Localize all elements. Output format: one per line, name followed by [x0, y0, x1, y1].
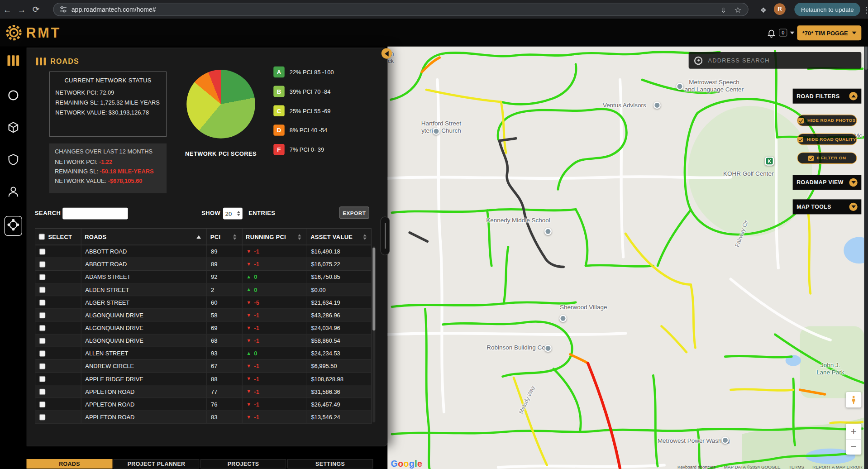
- browser-reload-icon[interactable]: [29, 5, 43, 14]
- table-scrollbar[interactable]: [372, 246, 375, 422]
- browser-menu-icon[interactable]: [859, 5, 868, 15]
- google-logo[interactable]: Google: [391, 459, 423, 469]
- send-to-device-icon[interactable]: [716, 5, 731, 14]
- table-row[interactable]: APPLE RIDGE DRIVE88▼-1$108,628.98: [35, 373, 371, 385]
- map-attribution-item[interactable]: REPORT A MAP ERROR: [812, 464, 862, 469]
- panel-collapse-button[interactable]: [382, 48, 392, 58]
- table-row[interactable]: ABBOTT ROAD89▼-1$16,490.18: [35, 245, 371, 258]
- zoom-out-button[interactable]: −: [846, 439, 861, 455]
- table-row[interactable]: ALLEN STREET93▲0$24,234.53: [35, 347, 371, 360]
- map-attribution-item[interactable]: Keyboard shortcuts: [677, 464, 715, 469]
- row-checkbox[interactable]: [39, 261, 45, 267]
- app-logo[interactable]: RMT: [5, 24, 61, 41]
- sort-both-icon[interactable]: [233, 234, 236, 239]
- sidebar-item-network-icon[interactable]: [5, 216, 22, 236]
- map-attribution-item[interactable]: TERMS: [789, 464, 804, 469]
- browser-forward-icon[interactable]: [14, 5, 29, 14]
- sidebar-item-package-icon[interactable]: [7, 121, 20, 136]
- sort-both-icon[interactable]: [298, 234, 301, 239]
- map-poi-marker[interactable]: [653, 101, 661, 109]
- row-checkbox[interactable]: [39, 388, 45, 394]
- map-poi-marker[interactable]: [544, 345, 552, 352]
- column-header-pci[interactable]: PCI: [207, 229, 242, 244]
- address-bar[interactable]: app.roadmantech.com/home#: [53, 3, 748, 16]
- row-checkbox[interactable]: [39, 350, 45, 356]
- expand-circle-button[interactable]: [849, 178, 857, 187]
- export-button[interactable]: EXPORT: [339, 206, 369, 219]
- sidebar-item-shield-icon[interactable]: [7, 153, 20, 168]
- pegman-streetview-control[interactable]: [846, 392, 861, 407]
- filter-button-0-filter-on[interactable]: 0 FILTER ON: [797, 152, 857, 164]
- filter-button-hide-road-photos[interactable]: HIDE ROAD PHOTOS: [797, 115, 857, 126]
- row-checkbox[interactable]: [39, 312, 45, 318]
- expand-circle-button[interactable]: [849, 203, 857, 211]
- map-grade-pin[interactable]: K: [765, 157, 774, 166]
- sidebar-item-dashboard-columns-icon[interactable]: [8, 55, 19, 66]
- table-row[interactable]: ALGER STREET60▼-5$21,634.19: [35, 296, 371, 309]
- row-checkbox[interactable]: [39, 401, 45, 407]
- up-arrow-icon: ▲: [246, 287, 251, 292]
- column-header-asset-value[interactable]: ASSET VALUE: [307, 229, 372, 244]
- footer-tab-project-planner[interactable]: PROJECT PLANNER: [114, 459, 200, 469]
- table-scrollbar-thumb[interactable]: [372, 248, 375, 330]
- row-checkbox[interactable]: [39, 299, 45, 305]
- table-row[interactable]: ANDREW CIRCLE67▼-1$6,995.50: [35, 360, 371, 373]
- table-row[interactable]: APPLETON ROAD76▼-1$26,457.49: [35, 398, 371, 411]
- search-input[interactable]: [62, 208, 128, 220]
- entries-per-page-stepper[interactable]: 20: [223, 208, 243, 220]
- running-pci-cell: ▼-1: [243, 258, 307, 270]
- table-row[interactable]: ALGONQUIAN DRIVE69▼-1$24,034.96: [35, 322, 371, 335]
- stepper-arrows-icon[interactable]: [237, 211, 240, 216]
- sidebar-item-user-icon[interactable]: [7, 185, 20, 201]
- browser-back-icon[interactable]: [0, 5, 14, 14]
- row-checkbox[interactable]: [39, 274, 45, 280]
- column-header-roads[interactable]: ROADS: [81, 229, 207, 244]
- row-checkbox[interactable]: [39, 363, 45, 369]
- filter-button-hide-road-quality[interactable]: HIDE ROAD QUALITY: [797, 134, 857, 145]
- row-checkbox[interactable]: [39, 325, 45, 330]
- map-poi-marker[interactable]: [559, 315, 567, 322]
- relaunch-to-update-button[interactable]: Relaunch to update: [794, 3, 860, 16]
- browser-profile-avatar[interactable]: R: [774, 3, 786, 15]
- footer-tab-settings[interactable]: SETTINGS: [287, 459, 373, 469]
- row-checkbox[interactable]: [39, 414, 45, 420]
- roadmap-view-header[interactable]: ROADMAP VIEW: [793, 175, 862, 190]
- row-checkbox[interactable]: [39, 249, 45, 254]
- table-row[interactable]: ADAMS STREET92▲0$16,750.85: [35, 271, 371, 283]
- table-row[interactable]: ALGONQUIAN DRIVE58▼-1$43,286.96: [35, 309, 371, 322]
- site-settings-icon[interactable]: [59, 5, 67, 13]
- column-header-select[interactable]: SELECT: [35, 229, 81, 244]
- page-scrollbar[interactable]: [864, 19, 868, 469]
- map-tools-header[interactable]: MAP TOOLS: [793, 199, 862, 214]
- map-poi-marker[interactable]: [433, 128, 440, 135]
- map-poi-marker[interactable]: [676, 83, 683, 90]
- panel-drag-handle[interactable]: [380, 216, 390, 255]
- bookmark-star-icon[interactable]: [731, 5, 745, 15]
- column-header-running-pci[interactable]: RUNNING PCI: [243, 229, 307, 244]
- row-checkbox[interactable]: [39, 338, 45, 344]
- table-row[interactable]: APPLETON ROAD77▼-1$31,586.36: [35, 385, 371, 398]
- notifications-control[interactable]: 0: [767, 28, 794, 38]
- table-row[interactable]: APPLETON ROAD83▼-1$13,546.24: [35, 411, 371, 424]
- map-canvas[interactable]: mckMetrowest Speech and Language CenterV…: [387, 47, 864, 469]
- table-row[interactable]: ALDEN STREET2▲0$0.00: [35, 283, 371, 296]
- row-checkbox[interactable]: [39, 287, 45, 292]
- sort-both-icon[interactable]: [363, 234, 366, 239]
- table-row[interactable]: ABBOTT ROAD89▼-1$16,075.22: [35, 258, 371, 271]
- footer-tab-roads[interactable]: ROADS: [27, 459, 113, 469]
- user-menu-button[interactable]: *70* TIM POGGE: [797, 25, 861, 40]
- extensions-icon[interactable]: [756, 5, 771, 14]
- collapse-circle-button[interactable]: [849, 92, 857, 100]
- sort-ascending-icon[interactable]: [196, 235, 201, 238]
- select-all-checkbox[interactable]: [39, 234, 45, 239]
- map-poi-marker[interactable]: [544, 228, 552, 235]
- road-filters-header[interactable]: ROAD FILTERS: [793, 89, 862, 104]
- footer-tab-projects[interactable]: PROJECTS: [200, 459, 286, 469]
- zoom-in-button[interactable]: +: [846, 424, 861, 439]
- map-poi-marker[interactable]: [721, 437, 729, 444]
- row-checkbox[interactable]: [39, 376, 45, 382]
- table-row[interactable]: ALGONQUIAN DRIVE68▼-1$58,860.54: [35, 335, 371, 347]
- sidebar-item-circle-icon[interactable]: [7, 89, 20, 104]
- asset-value-cell: $6,995.50: [307, 360, 372, 372]
- address-search-bar[interactable]: ADDRESS SEARCH: [689, 52, 862, 69]
